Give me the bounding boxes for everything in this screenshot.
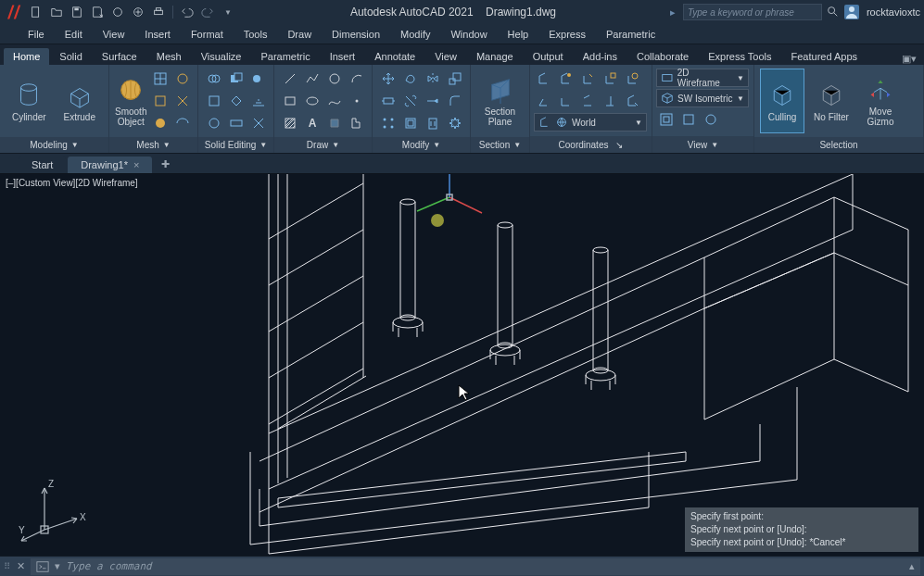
view-tool-3[interactable] — [701, 109, 721, 130]
tab-collaborate[interactable]: Collaborate — [627, 48, 698, 65]
fillet-icon[interactable] — [445, 91, 465, 111]
menu-edit[interactable]: Edit — [56, 27, 92, 42]
tab-home[interactable]: Home — [4, 48, 49, 65]
panel-modify-label[interactable]: Modify▼ — [373, 137, 470, 153]
hatch-icon[interactable] — [280, 113, 300, 133]
tab-surface[interactable]: Surface — [93, 48, 146, 65]
extrude-button[interactable]: Extrude — [57, 69, 104, 133]
tab-mesh[interactable]: Mesh — [147, 48, 191, 65]
tab-addins[interactable]: Add-ins — [574, 48, 627, 65]
menu-express[interactable]: Express — [539, 27, 595, 42]
mesh-tool-3[interactable] — [150, 91, 171, 111]
new-icon[interactable] — [28, 4, 44, 20]
panel-section-label[interactable]: Section▼ — [471, 137, 529, 153]
ucs-3[interactable] — [578, 69, 599, 89]
no-filter-button[interactable]: No Filter — [808, 69, 854, 133]
panel-view-label[interactable]: View▼ — [652, 136, 753, 153]
panel-solid-editing-label[interactable]: Solid Editing▼ — [198, 137, 273, 153]
ucs-8[interactable] — [578, 91, 599, 111]
point-icon[interactable] — [347, 91, 367, 111]
qat-dropdown-icon[interactable]: ▼ — [220, 4, 236, 20]
cylinder-button[interactable]: Cylinder — [6, 69, 53, 133]
menu-insert[interactable]: Insert — [135, 27, 180, 42]
ucs-2[interactable] — [556, 69, 576, 89]
websave-icon[interactable] — [130, 4, 146, 20]
menu-file[interactable]: File — [19, 27, 54, 42]
menu-modify[interactable]: Modify — [391, 27, 439, 42]
rect-icon[interactable] — [280, 91, 300, 111]
tab-insert[interactable]: Insert — [321, 48, 365, 65]
open-icon[interactable] — [48, 4, 65, 20]
webopen-icon[interactable] — [109, 4, 126, 20]
tab-view[interactable]: View — [425, 48, 466, 65]
add-tab-button[interactable]: ✚ — [154, 156, 177, 173]
visual-style-dropdown[interactable]: 2D Wireframe▼ — [656, 69, 749, 87]
menu-draw[interactable]: Draw — [278, 27, 321, 42]
spline-icon[interactable] — [324, 91, 345, 111]
section-plane-button[interactable]: Section Plane — [476, 69, 524, 133]
boundary-icon[interactable] — [347, 113, 367, 133]
tab-featured-apps[interactable]: Featured Apps — [782, 48, 867, 65]
subtract-icon[interactable] — [226, 69, 247, 89]
menu-window[interactable]: Window — [441, 27, 496, 42]
menu-help[interactable]: Help — [499, 27, 538, 42]
save-icon[interactable] — [69, 4, 85, 20]
panel-draw-label[interactable]: Draw▼ — [274, 137, 372, 153]
undo-icon[interactable] — [179, 4, 196, 20]
tab-start[interactable]: Start — [19, 157, 66, 173]
mesh-tool-4[interactable] — [172, 91, 193, 111]
mesh-tool-5[interactable] — [150, 113, 171, 133]
region-icon[interactable] — [324, 113, 345, 133]
menu-tools[interactable]: Tools — [234, 27, 277, 42]
stretch-icon[interactable] — [378, 91, 399, 111]
smooth-object-button[interactable]: Smooth Object — [115, 69, 146, 133]
intersect-icon[interactable] — [248, 69, 269, 89]
ucs-6[interactable] — [534, 91, 554, 111]
se-6[interactable] — [248, 91, 269, 111]
view-tool-1[interactable] — [656, 109, 677, 130]
tab-drawing1[interactable]: Drawing1*× — [68, 157, 152, 173]
mirror-icon[interactable] — [423, 69, 443, 89]
panel-modeling-label[interactable]: Modeling▼ — [0, 137, 108, 153]
mesh-tool-2[interactable] — [172, 69, 193, 89]
menu-format[interactable]: Format — [182, 27, 233, 42]
ucs-10[interactable] — [623, 91, 643, 111]
tab-annotate[interactable]: Annotate — [365, 48, 424, 65]
array-icon[interactable] — [378, 113, 399, 133]
offset-icon[interactable] — [400, 113, 421, 133]
se-5[interactable] — [226, 91, 247, 111]
mesh-tool-1[interactable] — [150, 69, 171, 89]
se-9[interactable] — [248, 113, 269, 133]
view-tool-2[interactable] — [678, 109, 699, 130]
command-input[interactable]: ▾ Type a command ▴ — [31, 558, 920, 575]
polyline-icon[interactable] — [302, 69, 323, 89]
text-icon[interactable]: A — [302, 113, 323, 133]
mesh-tool-6[interactable] — [172, 113, 193, 133]
ucs-5[interactable] — [623, 69, 643, 89]
infocenter-arrow-icon[interactable]: ▸ — [670, 6, 676, 19]
panel-coordinates-label[interactable]: Coordinates↘ — [530, 136, 652, 153]
search-icon[interactable] — [826, 5, 841, 19]
ribbon-overflow-icon[interactable]: ▣▾ — [902, 53, 917, 65]
move-gizmo-button[interactable]: Move Gizmo — [858, 69, 903, 133]
tab-express-tools[interactable]: Express Tools — [699, 48, 780, 65]
se-8[interactable] — [226, 113, 247, 133]
extend-icon[interactable] — [423, 91, 443, 111]
tab-solid[interactable]: Solid — [50, 48, 91, 65]
user-icon[interactable] — [844, 5, 859, 19]
cmdbar-grip-icon[interactable]: ⠿ — [4, 561, 11, 571]
ucs-world-dropdown[interactable]: World▼ — [534, 113, 647, 131]
menu-view[interactable]: View — [94, 27, 134, 42]
ucs-4[interactable] — [601, 69, 621, 89]
menu-parametric[interactable]: Parametric — [597, 27, 665, 42]
line-icon[interactable] — [280, 69, 300, 89]
arc-icon[interactable] — [347, 69, 367, 89]
close-tab-icon[interactable]: × — [133, 159, 139, 170]
cmdbar-expand-icon[interactable]: ▴ — [909, 560, 915, 572]
username[interactable]: rocktavioxtc — [867, 6, 920, 18]
ucs-9[interactable] — [601, 91, 621, 111]
panel-mesh-label[interactable]: Mesh▼ — [109, 137, 197, 153]
tab-visualize[interactable]: Visualize — [192, 48, 251, 65]
cmdbar-close-icon[interactable]: ✕ — [17, 560, 25, 572]
circle-icon[interactable] — [324, 69, 345, 89]
